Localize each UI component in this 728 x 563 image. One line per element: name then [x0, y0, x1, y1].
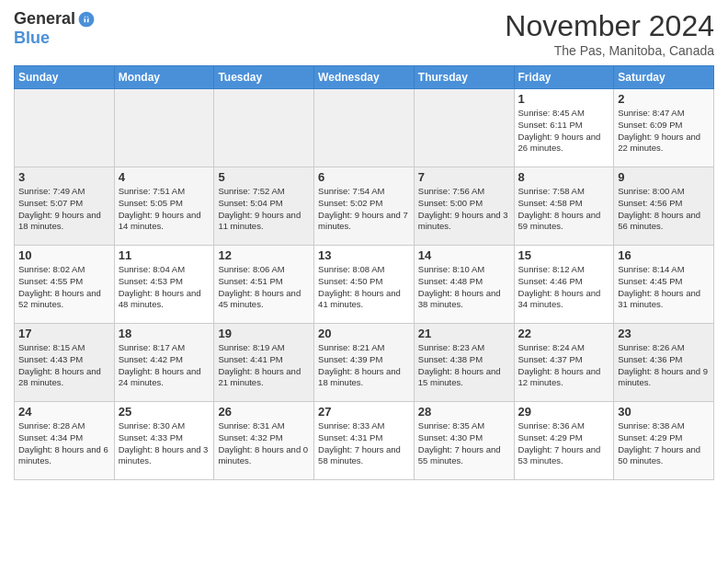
day-number: 27 — [318, 405, 410, 419]
day-number: 18 — [119, 327, 210, 340]
day-number: 3 — [18, 170, 110, 184]
day-number: 13 — [318, 248, 410, 262]
title-block: November 2024 The Pas, Manitoba, Canada — [505, 9, 714, 58]
day-info: Sunrise: 7:56 AM Sunset: 5:00 PM Dayligh… — [418, 186, 510, 233]
header-cell-tuesday: Tuesday — [214, 66, 314, 89]
day-cell: 25Sunrise: 8:30 AM Sunset: 4:33 PM Dayli… — [114, 402, 214, 480]
day-info: Sunrise: 7:52 AM Sunset: 5:04 PM Dayligh… — [218, 186, 310, 233]
header-cell-sunday: Sunday — [15, 66, 115, 89]
day-number: 2 — [618, 92, 710, 106]
header-cell-friday: Friday — [514, 66, 614, 89]
day-cell — [414, 89, 514, 167]
day-cell: 14Sunrise: 8:10 AM Sunset: 4:48 PM Dayli… — [414, 246, 514, 324]
day-cell: 9Sunrise: 8:00 AM Sunset: 4:56 PM Daylig… — [614, 167, 714, 246]
week-row-1: 1Sunrise: 8:45 AM Sunset: 6:11 PM Daylig… — [15, 89, 714, 167]
day-cell: 26Sunrise: 8:31 AM Sunset: 4:32 PM Dayli… — [214, 402, 314, 480]
day-cell: 12Sunrise: 8:06 AM Sunset: 4:51 PM Dayli… — [214, 246, 314, 324]
logo-general: General — [14, 9, 75, 29]
day-number: 30 — [618, 405, 710, 419]
day-cell: 15Sunrise: 8:12 AM Sunset: 4:46 PM Dayli… — [514, 246, 614, 324]
day-number: 11 — [119, 248, 210, 262]
week-row-4: 17Sunrise: 8:15 AM Sunset: 4:43 PM Dayli… — [15, 324, 714, 402]
day-info: Sunrise: 8:00 AM Sunset: 4:56 PM Dayligh… — [618, 186, 710, 233]
day-cell: 10Sunrise: 8:02 AM Sunset: 4:55 PM Dayli… — [15, 246, 115, 324]
day-cell: 18Sunrise: 8:17 AM Sunset: 4:42 PM Dayli… — [114, 324, 214, 402]
day-cell — [15, 89, 115, 167]
header-row: SundayMondayTuesdayWednesdayThursdayFrid… — [15, 66, 714, 89]
day-number: 19 — [218, 327, 310, 340]
day-info: Sunrise: 8:31 AM Sunset: 4:32 PM Dayligh… — [218, 420, 310, 467]
week-row-3: 10Sunrise: 8:02 AM Sunset: 4:55 PM Dayli… — [15, 246, 714, 324]
day-cell: 16Sunrise: 8:14 AM Sunset: 4:45 PM Dayli… — [614, 246, 714, 324]
logo-blue: Blue — [14, 29, 96, 48]
day-number: 15 — [518, 248, 610, 262]
day-cell: 19Sunrise: 8:19 AM Sunset: 4:41 PM Dayli… — [214, 324, 314, 402]
calendar-table: SundayMondayTuesdayWednesdayThursdayFrid… — [14, 65, 714, 480]
day-number: 10 — [18, 248, 110, 262]
header-cell-saturday: Saturday — [614, 66, 714, 89]
day-cell — [214, 89, 314, 167]
day-cell: 17Sunrise: 8:15 AM Sunset: 4:43 PM Dayli… — [15, 324, 115, 402]
day-cell: 6Sunrise: 7:54 AM Sunset: 5:02 PM Daylig… — [314, 167, 415, 246]
day-cell: 8Sunrise: 7:58 AM Sunset: 4:58 PM Daylig… — [514, 167, 614, 246]
day-cell: 28Sunrise: 8:35 AM Sunset: 4:30 PM Dayli… — [414, 402, 514, 480]
day-cell: 4Sunrise: 7:51 AM Sunset: 5:05 PM Daylig… — [114, 167, 214, 246]
day-number: 28 — [418, 405, 510, 419]
page-container: General Blue November 2024 The Pas, Mani… — [0, 0, 728, 489]
logo-icon — [77, 10, 96, 29]
day-info: Sunrise: 7:54 AM Sunset: 5:02 PM Dayligh… — [318, 186, 410, 233]
day-info: Sunrise: 8:24 AM Sunset: 4:37 PM Dayligh… — [518, 342, 610, 389]
day-info: Sunrise: 8:35 AM Sunset: 4:30 PM Dayligh… — [418, 420, 510, 467]
day-info: Sunrise: 8:36 AM Sunset: 4:29 PM Dayligh… — [518, 420, 610, 467]
week-row-5: 24Sunrise: 8:28 AM Sunset: 4:34 PM Dayli… — [15, 402, 714, 480]
day-cell — [114, 89, 214, 167]
day-number: 9 — [618, 170, 710, 184]
day-number: 7 — [418, 170, 510, 184]
day-number: 26 — [218, 405, 310, 419]
day-number: 17 — [18, 327, 110, 340]
day-cell: 7Sunrise: 7:56 AM Sunset: 5:00 PM Daylig… — [414, 167, 514, 246]
day-info: Sunrise: 8:14 AM Sunset: 4:45 PM Dayligh… — [618, 264, 710, 311]
day-info: Sunrise: 8:23 AM Sunset: 4:38 PM Dayligh… — [418, 342, 510, 389]
day-cell — [314, 89, 415, 167]
day-cell: 1Sunrise: 8:45 AM Sunset: 6:11 PM Daylig… — [514, 89, 614, 167]
day-number: 12 — [218, 248, 310, 262]
day-cell: 13Sunrise: 8:08 AM Sunset: 4:50 PM Dayli… — [314, 246, 415, 324]
day-cell: 22Sunrise: 8:24 AM Sunset: 4:37 PM Dayli… — [514, 324, 614, 402]
day-cell: 29Sunrise: 8:36 AM Sunset: 4:29 PM Dayli… — [514, 402, 614, 480]
day-number: 29 — [518, 405, 610, 419]
day-cell: 11Sunrise: 8:04 AM Sunset: 4:53 PM Dayli… — [114, 246, 214, 324]
day-info: Sunrise: 7:51 AM Sunset: 5:05 PM Dayligh… — [119, 186, 210, 233]
day-cell: 24Sunrise: 8:28 AM Sunset: 4:34 PM Dayli… — [15, 402, 115, 480]
day-info: Sunrise: 8:45 AM Sunset: 6:11 PM Dayligh… — [518, 108, 610, 155]
day-number: 14 — [418, 248, 510, 262]
day-cell: 23Sunrise: 8:26 AM Sunset: 4:36 PM Dayli… — [614, 324, 714, 402]
day-number: 25 — [119, 405, 210, 419]
logo-text: General — [14, 9, 96, 29]
day-cell: 3Sunrise: 7:49 AM Sunset: 5:07 PM Daylig… — [15, 167, 115, 246]
day-info: Sunrise: 8:33 AM Sunset: 4:31 PM Dayligh… — [318, 420, 410, 467]
day-number: 5 — [218, 170, 310, 184]
day-info: Sunrise: 8:19 AM Sunset: 4:41 PM Dayligh… — [218, 342, 310, 389]
day-cell: 2Sunrise: 8:47 AM Sunset: 6:09 PM Daylig… — [614, 89, 714, 167]
day-cell: 5Sunrise: 7:52 AM Sunset: 5:04 PM Daylig… — [214, 167, 314, 246]
day-number: 24 — [18, 405, 110, 419]
day-info: Sunrise: 8:28 AM Sunset: 4:34 PM Dayligh… — [18, 420, 110, 467]
day-number: 20 — [318, 327, 410, 340]
day-info: Sunrise: 8:15 AM Sunset: 4:43 PM Dayligh… — [18, 342, 110, 389]
day-info: Sunrise: 7:49 AM Sunset: 5:07 PM Dayligh… — [18, 186, 110, 233]
day-info: Sunrise: 8:21 AM Sunset: 4:39 PM Dayligh… — [318, 342, 410, 389]
day-info: Sunrise: 8:38 AM Sunset: 4:29 PM Dayligh… — [618, 420, 710, 467]
month-title: November 2024 — [505, 9, 714, 43]
day-info: Sunrise: 8:06 AM Sunset: 4:51 PM Dayligh… — [218, 264, 310, 311]
day-info: Sunrise: 8:12 AM Sunset: 4:46 PM Dayligh… — [518, 264, 610, 311]
day-number: 4 — [119, 170, 210, 184]
day-info: Sunrise: 8:30 AM Sunset: 4:33 PM Dayligh… — [119, 420, 210, 467]
header-cell-thursday: Thursday — [414, 66, 514, 89]
day-number: 8 — [518, 170, 610, 184]
location: The Pas, Manitoba, Canada — [505, 43, 714, 58]
day-number: 22 — [518, 327, 610, 340]
day-number: 23 — [618, 327, 710, 340]
header-cell-wednesday: Wednesday — [314, 66, 415, 89]
day-info: Sunrise: 8:04 AM Sunset: 4:53 PM Dayligh… — [119, 264, 210, 311]
